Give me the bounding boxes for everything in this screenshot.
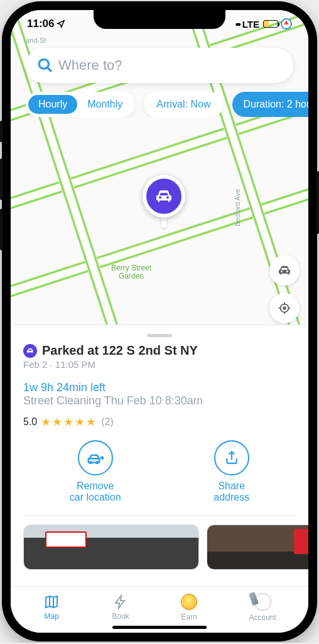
arrival-filter[interactable]: Arrival: Now	[144, 92, 223, 117]
share-address-button[interactable]: Share address	[214, 440, 249, 504]
cellular-icon: ••••	[235, 19, 239, 30]
lightning-icon	[113, 594, 128, 609]
search-icon	[37, 57, 53, 74]
photo-thumbnail[interactable]	[207, 525, 308, 570]
tab-label: Book	[112, 612, 129, 621]
svg-point-1	[283, 307, 286, 309]
avatar-icon	[254, 593, 271, 611]
photo-thumbnail[interactable]	[23, 525, 199, 570]
battery-icon	[263, 20, 278, 28]
search-placeholder: Where to?	[58, 57, 122, 74]
tab-label: Earn	[181, 613, 197, 621]
rental-type-segment[interactable]: Hourly Monthly	[26, 92, 135, 117]
compass-icon	[281, 18, 292, 30]
svg-point-5	[96, 462, 98, 464]
tab-label: Map	[44, 612, 58, 621]
park-label: Berry Street Garden	[111, 264, 151, 280]
car-icon	[154, 186, 174, 206]
rating-count: (2)	[101, 416, 114, 428]
card-subtitle: Feb 2 · 11:05 PM	[23, 359, 296, 370]
location-arrow-icon	[57, 19, 65, 28]
action-label: Remove car location	[70, 480, 121, 504]
card-title: Parked at 122 S 2nd St NY	[42, 343, 198, 358]
photo-thumbnails[interactable]	[23, 525, 296, 570]
home-indicator	[112, 626, 207, 629]
parking-detail-card[interactable]: Parked at 122 S 2nd St NY Feb 2 · 11:05 …	[11, 325, 308, 586]
share-icon	[224, 450, 240, 466]
coin-icon	[181, 594, 197, 610]
map-icon	[43, 594, 60, 609]
svg-point-4	[90, 462, 92, 464]
device-notch	[94, 10, 225, 29]
filter-row: Hourly Monthly Arrival: Now Duration: 2 …	[26, 92, 308, 117]
car-arrow-icon	[86, 448, 105, 467]
locate-me-button[interactable]	[269, 293, 300, 323]
street-label: Bedford Ave	[234, 189, 241, 226]
street-label: and-St	[26, 36, 46, 44]
tab-label: Account	[249, 613, 276, 622]
svg-point-2	[39, 59, 48, 69]
remove-car-location-button[interactable]: Remove car location	[70, 440, 121, 504]
sheet-grabber[interactable]	[147, 334, 172, 337]
time-left: 1w 9h 24min left	[23, 381, 296, 394]
car-badge-icon	[23, 344, 37, 358]
car-icon	[277, 263, 292, 278]
crosshair-icon	[278, 301, 291, 315]
street-cleaning: Street Cleaning Thu Feb 10 8:30am	[23, 394, 296, 408]
tab-account[interactable]: Account	[249, 593, 276, 622]
search-input[interactable]: Where to?	[26, 48, 293, 83]
status-time: 11:06	[27, 18, 54, 30]
segment-monthly[interactable]: Monthly	[77, 95, 132, 114]
tab-earn[interactable]: Earn	[181, 594, 197, 621]
status-network: LTE	[242, 19, 259, 30]
duration-filter[interactable]: Duration: 2 hours	[232, 92, 309, 117]
tab-map[interactable]: Map	[43, 594, 60, 621]
segment-hourly[interactable]: Hourly	[28, 95, 77, 114]
rating-value: 5.0	[23, 416, 37, 428]
action-label: Share address	[214, 480, 249, 504]
rating-row: 5.0 ★★★★★ (2)	[23, 415, 296, 429]
star-icon: ★★★★★	[41, 415, 97, 429]
parked-car-pin[interactable]	[143, 175, 185, 218]
tab-book[interactable]: Book	[112, 594, 129, 621]
vehicle-filter-button[interactable]	[269, 255, 300, 286]
